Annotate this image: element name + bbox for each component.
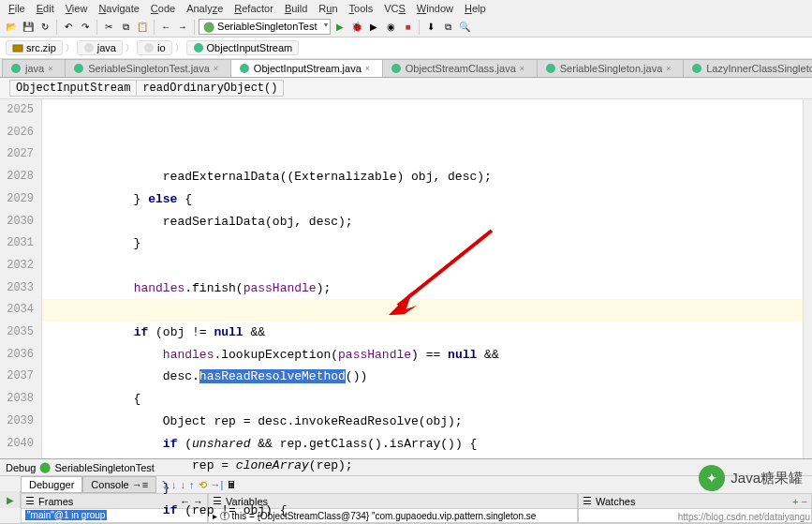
chevron-right-icon: 〉 xyxy=(65,42,75,54)
editor-tab[interactable]: SeriableSingletonTest.java× xyxy=(65,59,231,77)
bc-src[interactable]: src.zip xyxy=(6,40,63,55)
debug-icon[interactable]: 🐞 xyxy=(349,20,364,35)
code-area[interactable]: readExternalData((Externalizable) obj, d… xyxy=(42,99,812,474)
editor[interactable]: 2025202620272028202920302031203220332034… xyxy=(0,99,812,474)
coverage-icon[interactable]: ▶ xyxy=(366,20,381,35)
menu-help[interactable]: Help xyxy=(460,2,491,15)
editor-tab[interactable]: java× xyxy=(2,59,66,77)
profile-icon[interactable]: ◉ xyxy=(383,20,398,35)
save-icon[interactable]: 💾 xyxy=(21,20,36,35)
run-config-combo[interactable]: ⬤ SeriableSingletonTest xyxy=(199,19,331,35)
bc-class[interactable]: ObjectInputStream xyxy=(186,40,300,55)
member-breadcrumb: ObjectInputStreamreadOrdinaryObject() xyxy=(0,78,812,99)
vcs-icon[interactable]: ⬇ xyxy=(423,20,438,35)
structure-icon[interactable]: ⧉ xyxy=(440,20,455,35)
cut-icon[interactable]: ✂ xyxy=(101,20,116,35)
close-icon[interactable]: × xyxy=(214,64,223,73)
svg-point-7 xyxy=(391,64,401,73)
close-icon[interactable]: × xyxy=(365,64,375,73)
watermark: ✦ Java糖果罐 xyxy=(699,465,803,491)
search-icon[interactable]: 🔍 xyxy=(457,20,472,35)
paste-icon[interactable]: 📋 xyxy=(135,20,150,35)
menu-analyze[interactable]: Analyze xyxy=(182,2,228,15)
svg-point-5 xyxy=(74,64,83,73)
menu-window[interactable]: Window xyxy=(412,2,458,15)
run-icon[interactable]: ▶ xyxy=(332,20,347,35)
svg-rect-0 xyxy=(13,45,22,52)
svg-point-9 xyxy=(692,64,701,73)
close-icon[interactable]: × xyxy=(666,64,675,73)
debug-left-gutter: ▶ xyxy=(0,491,21,508)
editor-tab[interactable]: ObjectStreamClass.java× xyxy=(382,59,538,77)
debug-title: Debug xyxy=(6,462,36,473)
editor-tab[interactable]: ObjectInputStream.java× xyxy=(230,59,383,77)
menu-navigate[interactable]: Navigate xyxy=(94,2,143,15)
svg-point-1 xyxy=(84,43,94,52)
line-gutter: 2025202620272028202920302031203220332034… xyxy=(0,99,42,474)
svg-point-6 xyxy=(240,64,249,73)
svg-point-3 xyxy=(194,43,203,52)
chevron-right-icon: 〉 xyxy=(125,42,135,54)
chevron-right-icon: 〉 xyxy=(174,42,185,54)
back-icon[interactable]: ← xyxy=(158,20,173,35)
close-icon[interactable]: × xyxy=(520,64,529,73)
menu-refactor[interactable]: Refactor xyxy=(229,2,278,15)
redo-icon[interactable]: ↷ xyxy=(78,20,93,35)
editor-tabs: java×SeriableSingletonTest.java×ObjectIn… xyxy=(0,59,812,78)
crumb-method[interactable]: readOrdinaryObject() xyxy=(136,80,284,97)
editor-tab[interactable]: SeriableSingleton.java× xyxy=(537,59,684,77)
menu-run[interactable]: Run xyxy=(314,2,342,15)
forward-icon[interactable]: → xyxy=(175,20,190,35)
watermark-url: https://blog.csdn.net/dataiyangu xyxy=(678,512,810,522)
bc-java[interactable]: java xyxy=(77,40,123,55)
watermark-text: Java糖果罐 xyxy=(731,470,803,487)
copy-icon[interactable]: ⧉ xyxy=(118,20,133,35)
menu-edit[interactable]: Edit xyxy=(32,2,59,15)
editor-tab[interactable]: LazyInnerClassSingletonTest.java× xyxy=(683,59,812,77)
menu-build[interactable]: Build xyxy=(280,2,312,15)
undo-icon[interactable]: ↶ xyxy=(61,20,76,35)
crumb-class[interactable]: ObjectInputStream xyxy=(9,80,136,97)
rerun-icon[interactable]: ▶ xyxy=(0,491,20,508)
selected-text: hasReadResolveMethod xyxy=(199,369,346,383)
refresh-icon[interactable]: ↻ xyxy=(37,20,52,35)
wechat-icon: ✦ xyxy=(699,465,725,491)
svg-point-4 xyxy=(11,64,21,73)
menu-bar: File Edit View Navigate Code Analyze Ref… xyxy=(0,0,812,17)
svg-point-8 xyxy=(546,64,555,73)
menu-view[interactable]: View xyxy=(61,2,93,15)
menu-code[interactable]: Code xyxy=(146,2,180,15)
bc-io[interactable]: io xyxy=(137,40,172,55)
stop-icon[interactable]: ■ xyxy=(400,20,415,35)
open-icon[interactable]: 📂 xyxy=(4,20,19,35)
menu-tools[interactable]: Tools xyxy=(345,2,378,15)
code-content: readExternalData((Externalizable) obj, d… xyxy=(46,166,812,524)
nav-breadcrumb: src.zip 〉 java 〉 io 〉 ObjectInputStream xyxy=(0,37,812,59)
main-toolbar: 📂 💾 ↻ ↶ ↷ ✂ ⧉ 📋 ← → ⬤ SeriableSingletonT… xyxy=(0,17,812,37)
svg-point-2 xyxy=(144,43,154,52)
close-icon[interactable]: × xyxy=(48,64,57,73)
menu-file[interactable]: File xyxy=(4,2,30,15)
menu-vcs[interactable]: VCS xyxy=(379,2,410,15)
